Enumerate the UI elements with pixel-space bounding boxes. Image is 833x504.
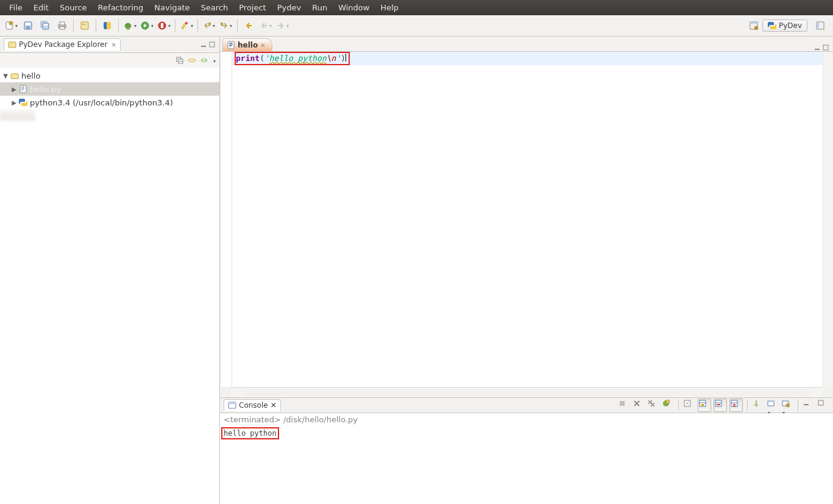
package-tree[interactable]: ▼ hello ▶ P hello.py ▶ python3.4 (/usr/l…	[0, 68, 219, 504]
console-view: Console ✕	[220, 398, 833, 504]
prev-annotation-button[interactable]	[202, 18, 216, 33]
tree-blur-item[interactable]	[0, 110, 35, 121]
perspective-label: PyDev	[779, 21, 802, 30]
maximize-view-button[interactable]	[208, 41, 216, 48]
back-history-button[interactable]	[258, 18, 273, 33]
display-selected-console-button[interactable]	[767, 399, 779, 411]
menu-navigate[interactable]: Navigate	[149, 0, 195, 15]
console-icon	[228, 401, 236, 410]
other-perspective-button[interactable]	[811, 18, 829, 33]
text-cursor	[346, 54, 346, 62]
pin-console-button[interactable]	[752, 399, 764, 411]
twisty-open-icon[interactable]: ▼	[1, 73, 10, 79]
terminate-button[interactable]	[618, 399, 630, 411]
menu-refactoring[interactable]: Refactoring	[93, 0, 149, 15]
editor-tabbar: P hello ✕	[220, 37, 833, 52]
editor-gutter[interactable]	[220, 52, 232, 387]
code-area[interactable]: print('hello python\n')	[232, 52, 823, 387]
menu-window[interactable]: Window	[333, 0, 375, 15]
svg-rect-11	[81, 22, 88, 29]
editor-horizontal-scrollbar[interactable]	[231, 387, 822, 397]
close-icon[interactable]: ✕	[111, 41, 116, 48]
highlight-box: print('hello python\n')	[235, 52, 350, 65]
package-explorer-icon	[8, 40, 16, 49]
editor-body[interactable]: print('hello python\n')	[220, 52, 833, 387]
svg-text:P: P	[21, 87, 24, 92]
svg-rect-27	[817, 22, 819, 29]
explorer-title: PyDev Package Explorer	[19, 40, 107, 49]
svg-rect-57	[768, 401, 774, 402]
console-tab[interactable]: Console ✕	[224, 399, 281, 411]
tree-project[interactable]: ▼ hello	[0, 69, 219, 82]
forward-history-button[interactable]	[275, 18, 290, 33]
svg-point-47	[666, 400, 670, 403]
minimize-console-button[interactable]	[803, 399, 815, 411]
save-all-button[interactable]	[38, 18, 52, 33]
collapse-all-button[interactable]	[175, 56, 184, 65]
open-console-button[interactable]	[781, 399, 793, 411]
save-button[interactable]	[21, 18, 35, 33]
editor-tab-hello[interactable]: P hello ✕	[222, 38, 272, 51]
remove-launch-button[interactable]	[633, 399, 645, 411]
run-button[interactable]	[140, 18, 154, 33]
remove-all-terminated-button[interactable]	[647, 399, 659, 411]
svg-rect-4	[26, 26, 30, 29]
twisty-closed-icon[interactable]: ▶	[10, 86, 18, 93]
svg-rect-30	[201, 46, 206, 47]
new-button[interactable]	[4, 18, 18, 33]
debug-button[interactable]	[122, 18, 137, 33]
show-on-output-button[interactable]	[714, 399, 727, 412]
svg-rect-44	[229, 402, 236, 404]
overview-ruler[interactable]	[823, 52, 833, 387]
scroll-lock-button[interactable]	[698, 399, 711, 412]
open-perspective-button[interactable]	[746, 18, 761, 33]
tree-project-label: hello	[21, 71, 40, 80]
project-icon	[10, 71, 19, 80]
svg-rect-10	[60, 27, 65, 29]
new-pydev-project-button[interactable]	[77, 18, 92, 33]
package-explorer-view: PyDev Package Explorer ✕ ▼ hello ▶ P	[0, 37, 220, 504]
editor-tab-title: hello	[238, 41, 258, 49]
search-lucene-button[interactable]	[179, 18, 194, 33]
minimize-view-button[interactable]	[200, 41, 207, 48]
minimize-editor-button[interactable]	[814, 44, 821, 51]
code-line-1[interactable]: print('hello python\n')	[232, 52, 823, 65]
menu-edit[interactable]: Edit	[28, 0, 54, 15]
menu-pydev[interactable]: Pydev	[272, 0, 307, 15]
menu-run[interactable]: Run	[307, 0, 333, 15]
main-toolbar: PyDev	[0, 15, 833, 37]
last-edit-location-button[interactable]	[241, 18, 256, 33]
explorer-tabbar: PyDev Package Explorer ✕	[0, 37, 219, 53]
filter-button[interactable]	[200, 56, 208, 65]
next-annotation-button[interactable]	[219, 18, 233, 33]
clear-console-button[interactable]	[683, 399, 695, 411]
menu-help[interactable]: Help	[375, 0, 404, 15]
tree-interpreter[interactable]: ▶ python3.4 (/usr/local/bin/python3.4)	[0, 96, 219, 109]
view-menu-button[interactable]	[212, 56, 216, 65]
link-console-button[interactable]	[662, 399, 674, 411]
svg-rect-24	[750, 22, 757, 24]
svg-rect-29	[9, 42, 12, 44]
pydev-perspective-button[interactable]: PyDev	[762, 20, 807, 32]
svg-rect-9	[60, 22, 65, 25]
twisty-closed-icon[interactable]: ▶	[10, 99, 18, 106]
menu-source[interactable]: Source	[54, 0, 93, 15]
menu-search[interactable]: Search	[196, 0, 234, 15]
python-icon	[768, 21, 776, 30]
explorer-tab[interactable]: PyDev Package Explorer ✕	[4, 38, 121, 51]
close-icon[interactable]: ✕	[260, 42, 265, 49]
tree-file[interactable]: ▶ P hello.py	[0, 82, 219, 96]
console-status-path: /disk/hello/hello.py	[283, 415, 358, 424]
link-with-editor-button[interactable]	[188, 56, 196, 65]
console-body[interactable]: <terminated> /disk/hello/hello.py hello …	[220, 413, 833, 504]
maximize-console-button[interactable]	[817, 399, 829, 411]
maximize-editor-button[interactable]	[822, 44, 829, 51]
show-on-error-button[interactable]	[729, 399, 743, 412]
external-tools-button[interactable]	[157, 18, 171, 33]
console-title: Console	[239, 401, 268, 410]
new-python-module-button[interactable]	[100, 18, 115, 33]
menu-file[interactable]: File	[4, 0, 28, 15]
print-button[interactable]	[55, 18, 69, 33]
close-icon[interactable]: ✕	[271, 401, 277, 410]
menu-project[interactable]: Project	[233, 0, 271, 15]
